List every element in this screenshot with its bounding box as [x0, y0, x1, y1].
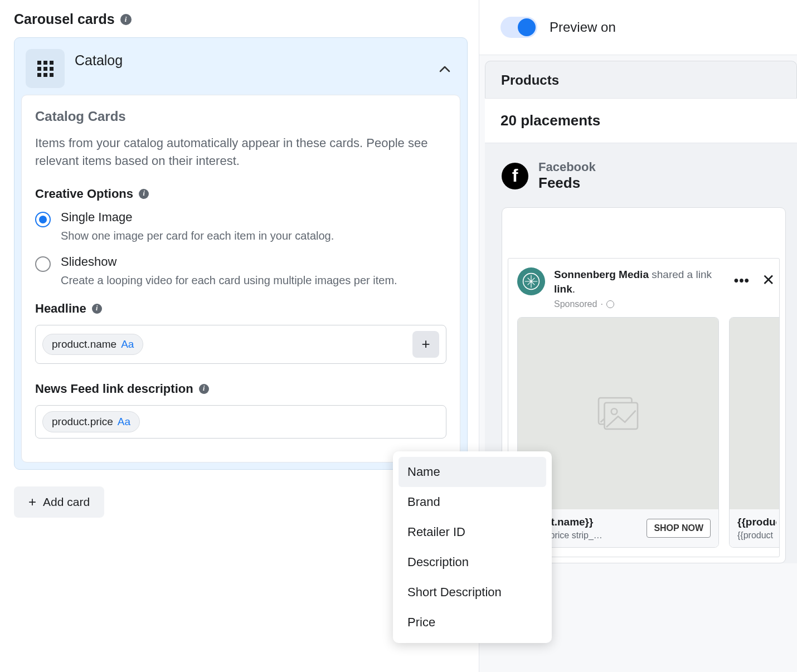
catalog-body: Catalog Cards Items from your catalog au… [21, 95, 460, 462]
preview-toggle[interactable] [500, 17, 537, 38]
plus-icon: + [28, 494, 36, 510]
dropdown-item-retailer-id[interactable]: Retailer ID [398, 517, 546, 547]
radio-title: Slideshow [61, 255, 446, 269]
preview-toggle-row: Preview on [479, 0, 797, 55]
description-token[interactable]: product.price Aa [42, 411, 140, 432]
radio-single-image[interactable]: Single Image Show one image per card for… [35, 210, 446, 244]
ad-header: Sonnenberg Media shared a link link. Spo… [508, 259, 779, 317]
headline-label: Headline i [35, 301, 446, 316]
products-tab[interactable]: Products [485, 61, 797, 98]
chevron-up-icon[interactable] [439, 62, 450, 75]
section-title-text: Carousel cards [14, 11, 115, 27]
ad-head-text: Sonnenberg Media shared a link link. Spo… [554, 267, 725, 310]
info-icon[interactable]: i [92, 304, 102, 314]
info-icon[interactable]: i [120, 14, 132, 25]
section-title: Carousel cards i [14, 11, 468, 27]
catalog-cards-heading: Catalog Cards [35, 109, 446, 124]
card-image-placeholder [730, 318, 779, 509]
radio-desc: Create a looping video for each card usi… [61, 272, 446, 288]
placements-count: 20 placements [485, 98, 797, 143]
catalog-grid-icon [26, 49, 65, 88]
info-icon[interactable]: i [139, 189, 149, 199]
radio-button-unchecked[interactable] [35, 256, 51, 272]
radio-desc: Show one image per card for each item in… [61, 228, 446, 244]
radio-button-checked[interactable] [35, 212, 51, 227]
ad-action-text: shared a link [649, 269, 712, 280]
card-footer: {{produc {{product [730, 509, 779, 547]
card-subtitle: {{product [737, 530, 776, 540]
add-headline-button[interactable]: + [412, 331, 439, 358]
info-icon[interactable]: i [199, 384, 209, 394]
platform-row: f Facebook Feeds [502, 160, 797, 192]
catalog-cards-desc: Items from your catalog automatically ap… [35, 134, 446, 170]
headline-token[interactable]: product.name Aa [42, 334, 143, 355]
card-title: {{produc [737, 516, 776, 528]
ad-brand-name: Sonnenberg Media [554, 269, 649, 280]
shop-now-button[interactable]: SHOP NOW [647, 519, 711, 538]
globe-icon [606, 300, 614, 308]
catalog-header-title: Catalog [75, 52, 429, 69]
avatar [517, 267, 545, 295]
catalog-card: Catalog Catalog Cards Items from your ca… [14, 37, 468, 470]
more-icon[interactable]: ••• [734, 277, 750, 284]
description-label: News Feed link description i [35, 382, 446, 396]
radio-title: Single Image [61, 210, 446, 225]
carousel-card-peek[interactable]: {{produc {{product [729, 317, 779, 548]
placement-name: Feeds [538, 174, 596, 192]
add-card-button[interactable]: + Add card [14, 486, 104, 518]
platform-name: Facebook [538, 160, 596, 174]
description-input[interactable]: product.price Aa [35, 405, 446, 439]
dropdown-item-brand[interactable]: Brand [398, 487, 546, 517]
creative-options-label: Creative Options i [35, 187, 446, 201]
catalog-header[interactable]: Catalog [21, 45, 460, 95]
toggle-knob [518, 18, 536, 36]
dropdown-item-price[interactable]: Price [398, 607, 546, 637]
ad-link-word: link [554, 283, 572, 295]
dropdown-item-short-description[interactable]: Short Description [398, 577, 546, 607]
dropdown-item-description[interactable]: Description [398, 547, 546, 577]
dropdown-item-name[interactable]: Name [398, 457, 546, 487]
close-icon[interactable]: ✕ [762, 271, 775, 289]
preview-toggle-label: Preview on [550, 20, 616, 35]
facebook-icon: f [502, 163, 528, 189]
field-dropdown: Name Brand Retailer ID Description Short… [393, 451, 552, 643]
ad-sponsored: Sponsored · [554, 298, 725, 310]
radio-slideshow[interactable]: Slideshow Create a looping video for eac… [35, 255, 446, 288]
creative-options-group: Single Image Show one image per card for… [35, 210, 446, 288]
headline-input[interactable]: product.name Aa + [35, 325, 446, 364]
